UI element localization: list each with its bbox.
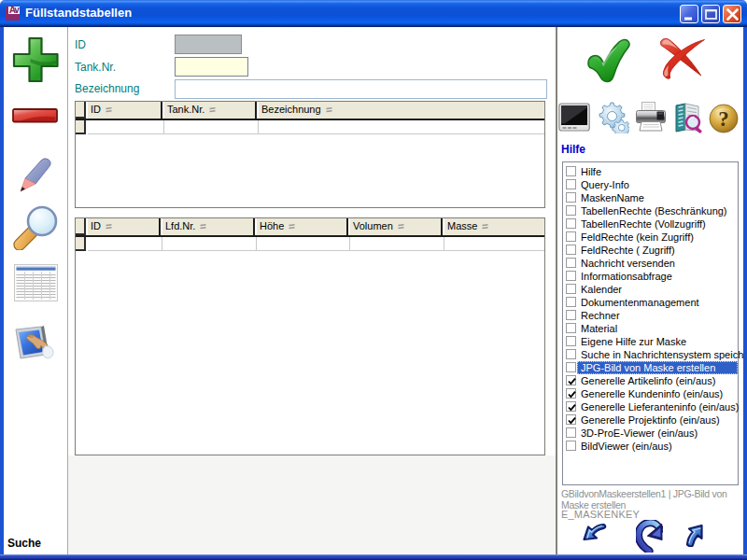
svg-text:?: ?	[718, 107, 729, 131]
